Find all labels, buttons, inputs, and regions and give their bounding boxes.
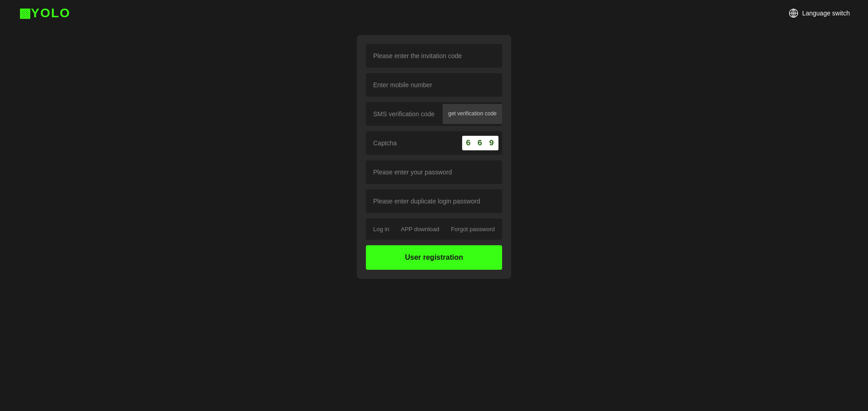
sms-label: SMS verification code <box>366 102 443 126</box>
language-switch[interactable]: Language switch <box>789 8 850 18</box>
registration-form: SMS verification code get verification c… <box>357 35 511 279</box>
header: ▩YOLO Language switch <box>0 0 868 26</box>
mobile-input[interactable] <box>366 73 502 97</box>
register-button[interactable]: User registration <box>366 245 502 270</box>
password-input[interactable] <box>366 160 502 184</box>
captcha-value: 6 6 9 <box>466 139 495 148</box>
app-download-link[interactable]: APP download <box>397 226 443 233</box>
captcha-row: Captcha 6 6 9 <box>366 131 502 155</box>
captcha-label: Captcha <box>366 131 459 155</box>
globe-icon <box>789 8 799 18</box>
invitation-code-input[interactable] <box>366 44 502 68</box>
sms-row: SMS verification code get verification c… <box>366 102 502 126</box>
captcha-image[interactable]: 6 6 9 <box>462 136 498 150</box>
logo-text: ▩YOLO <box>18 6 70 20</box>
main-content: SMS verification code get verification c… <box>0 26 868 279</box>
confirm-password-input[interactable] <box>366 189 502 213</box>
get-verification-btn[interactable]: get verification code <box>443 104 502 124</box>
bottom-links: Log in APP download Forgot password <box>366 218 502 240</box>
login-link[interactable]: Log in <box>370 226 393 233</box>
logo: ▩YOLO <box>18 5 70 20</box>
language-switch-label: Language switch <box>802 10 850 17</box>
forgot-password-link[interactable]: Forgot password <box>447 226 498 233</box>
